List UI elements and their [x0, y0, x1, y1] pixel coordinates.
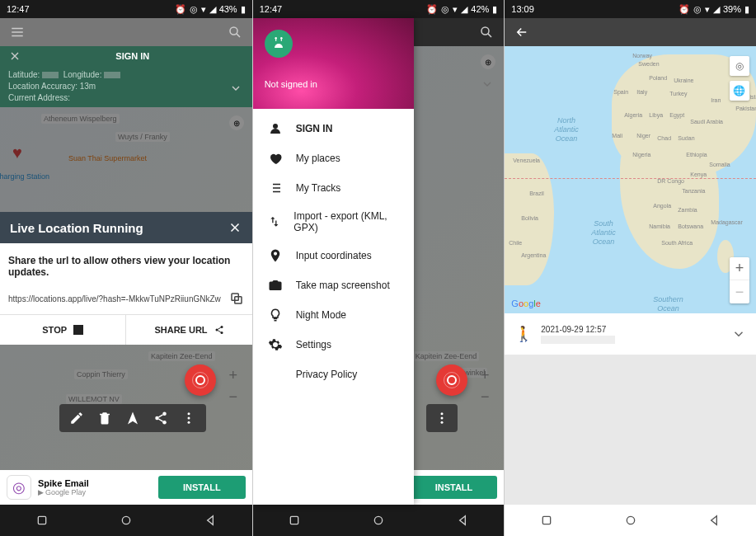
install-button[interactable]: INSTALL	[158, 476, 246, 499]
svg-point-13	[122, 516, 129, 524]
edit-icon[interactable]	[69, 411, 84, 426]
alarm-icon: ⏰	[175, 4, 186, 15]
svg-point-2	[155, 416, 159, 421]
world-map[interactable]: North Atlantic Ocean South Atlantic Ocea…	[505, 46, 756, 313]
nav-home[interactable]	[110, 512, 143, 529]
share-icon[interactable]	[153, 411, 168, 426]
battery-icon: ▮	[241, 4, 246, 15]
alarm-icon: ⏰	[679, 4, 690, 15]
svg-point-4	[188, 412, 190, 415]
more-icon[interactable]	[181, 411, 196, 426]
svg-point-22	[374, 516, 382, 524]
drawer-screenshot[interactable]: Take map screenshot	[253, 270, 414, 300]
back-button[interactable]	[513, 23, 531, 41]
battery-icon: ▮	[492, 4, 497, 15]
copy-icon[interactable]	[229, 291, 244, 306]
install-button[interactable]: INSTALL	[411, 476, 498, 499]
nav-recent[interactable]	[530, 512, 563, 529]
bulb-icon	[268, 308, 283, 322]
search-button[interactable]	[226, 23, 244, 41]
drawer-header: Not signed in	[253, 18, 414, 109]
ad-banner[interactable]: ◎ Spike Email ▶ Google Play INSTALL	[0, 470, 252, 505]
svg-point-6	[188, 421, 190, 424]
import-export-icon	[268, 214, 281, 229]
svg-point-15	[440, 412, 443, 415]
zoom-in-button[interactable]: +	[730, 257, 749, 280]
share-url-button[interactable]: SHARE URL	[126, 315, 251, 345]
clock: 13:09	[511, 4, 534, 14]
ad-title: Spike Email	[38, 478, 152, 488]
ocean-label: North Atlantic Ocean	[554, 116, 579, 143]
svg-point-17	[440, 421, 443, 424]
battery-pct: 43%	[219, 4, 237, 14]
share-icon	[214, 325, 224, 335]
zoom-control: + −	[730, 257, 749, 303]
signal-icon: ◢	[209, 4, 216, 15]
location-info-panel[interactable]: Latitude: Longitude: Location Accuracy: …	[0, 66, 252, 110]
app-bar	[505, 18, 756, 46]
zoom-out-button[interactable]: −	[730, 280, 749, 303]
nav-bar	[253, 505, 505, 536]
zoom-out-button[interactable]: −	[223, 386, 244, 407]
drawer-signin[interactable]: SIGN IN	[253, 114, 414, 143]
drawer-my-tracks[interactable]: My Tracks	[253, 173, 414, 203]
delete-icon[interactable]	[97, 411, 112, 426]
zoom-in-button[interactable]: +	[223, 364, 244, 386]
wifi-icon: ▾	[453, 4, 458, 15]
zoom-out-button[interactable]: −	[474, 386, 495, 407]
track-item[interactable]: 🚶 2021-09-29 12:57	[505, 313, 756, 355]
nav-recent[interactable]	[26, 512, 59, 529]
svg-point-11	[220, 331, 223, 334]
chevron-down-icon[interactable]	[229, 82, 242, 95]
share-url: https://locations.app/live/?hash=-MkkwTu…	[8, 294, 223, 303]
more-icon[interactable]	[434, 411, 449, 426]
svg-rect-21	[291, 516, 298, 524]
chevron-down-icon[interactable]	[731, 327, 746, 341]
track-name	[541, 336, 615, 344]
battery-icon: ▮	[744, 4, 749, 15]
my-location-button[interactable]: ◎	[730, 56, 749, 76]
nav-back[interactable]	[697, 512, 730, 529]
screen-drawer: 12:47 ⏰ ◎ ▾ ◢ 42% ▮ ⊕ Nachtwinkel Kapite…	[252, 0, 505, 536]
walk-icon: 🚶	[514, 325, 533, 343]
clock: 12:47	[260, 4, 283, 14]
drawer-night-mode[interactable]: Night Mode	[253, 300, 414, 330]
close-icon[interactable]	[8, 49, 21, 63]
ad-app-icon: ◎	[7, 475, 31, 500]
search-button[interactable]	[477, 23, 495, 41]
nav-back[interactable]	[194, 512, 227, 529]
address-label: Current Address:	[8, 93, 70, 102]
navigate-icon[interactable]	[125, 411, 140, 426]
svg-rect-12	[38, 516, 45, 524]
nav-home[interactable]	[614, 512, 647, 529]
stop-button[interactable]: STOP	[0, 315, 126, 345]
avatar	[265, 30, 293, 58]
signin-label[interactable]: SIGN IN	[115, 51, 149, 61]
nav-bar	[505, 505, 756, 536]
live-location-sheet: Live Location Running Share the url to a…	[0, 212, 252, 345]
vibrate-icon: ◎	[190, 4, 198, 15]
menu-button[interactable]	[8, 23, 26, 41]
accuracy-value: 13m	[80, 82, 96, 91]
nav-back[interactable]	[446, 512, 479, 529]
layers-button[interactable]: 🌐	[730, 81, 749, 101]
ocean-label: South Atlantic Ocean	[591, 219, 616, 246]
drawer-my-places[interactable]: My places	[253, 143, 414, 173]
svg-point-3	[162, 421, 167, 425]
drawer-privacy[interactable]: Privacy Policy	[253, 360, 414, 389]
nav-recent[interactable]	[278, 512, 311, 529]
close-icon[interactable]	[228, 220, 242, 235]
nav-bar	[0, 505, 252, 536]
list-icon	[268, 181, 283, 195]
drawer-settings[interactable]: Settings	[253, 330, 414, 360]
ocean-label: Southern Ocean	[653, 295, 683, 313]
pin-icon	[268, 248, 283, 263]
battery-pct: 42%	[471, 4, 489, 14]
nav-home[interactable]	[362, 512, 395, 529]
my-location-fab[interactable]	[185, 364, 216, 396]
svg-point-20	[273, 124, 278, 129]
drawer-import-export[interactable]: Import - export (KML, GPX)	[253, 203, 414, 241]
drawer-input-coords[interactable]: Input coordinates	[253, 241, 414, 270]
zoom-in-button[interactable]: +	[474, 364, 495, 386]
screen-tracks: 13:09 ⏰ ◎ ▾ ◢ 39% ▮ North Atlantic Ocean…	[504, 0, 756, 536]
